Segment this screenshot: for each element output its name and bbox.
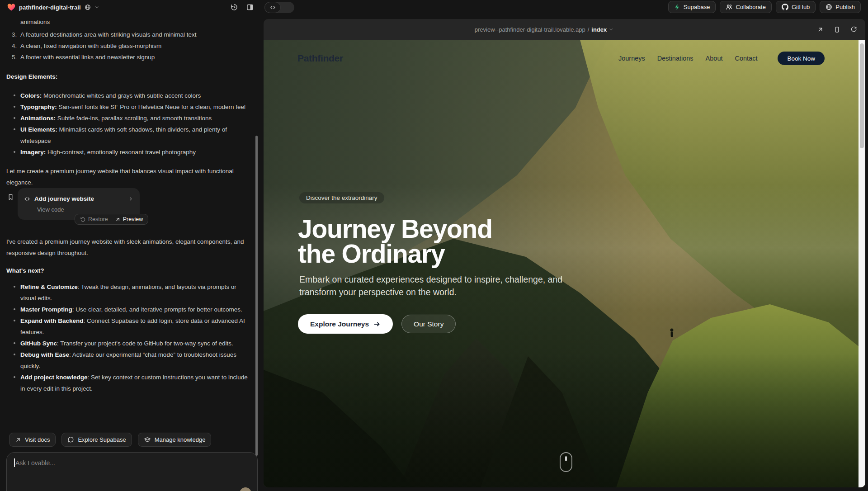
code-icon <box>24 196 30 202</box>
list-item: Imagery: High-contrast, emotionally reso… <box>6 146 248 158</box>
restore-button[interactable]: Restore <box>80 214 108 225</box>
list-item: Expand with Backend: Connect Supabase to… <box>6 315 248 338</box>
site-scrollbar-thumb[interactable] <box>860 43 864 148</box>
nav-link-contact[interactable]: Contact <box>735 55 757 62</box>
list-item: Refine & Customize: Tweak the design, an… <box>6 281 248 304</box>
arrow-up-right-icon <box>115 217 121 222</box>
suggestion-chips: Visit docs Explore Supabase Manage knowl… <box>9 433 211 447</box>
scroll-indicator-icon <box>560 452 572 472</box>
graduation-cap-icon <box>144 436 151 443</box>
site-nav-links: Journeys Destinations About Contact Book… <box>618 52 825 65</box>
list-item: UI Elements: Minimalist cards with soft … <box>6 124 248 146</box>
bookmark-icon[interactable] <box>7 194 14 201</box>
hero-headline: Journey Beyond the Ordinary <box>298 217 492 266</box>
github-button[interactable]: GitHub <box>776 1 816 13</box>
refresh-icon[interactable] <box>850 26 857 33</box>
site-navbar: Pathfinder Journeys Destinations About C… <box>264 40 859 77</box>
list-item: Typography: San-serif fonts like SF Pro … <box>6 101 248 113</box>
lovable-app: pathfinder-digital-trail Sup <box>0 0 868 491</box>
arrow-right-icon <box>373 321 381 328</box>
history-icon[interactable] <box>231 4 238 11</box>
text-caret <box>14 458 15 467</box>
preview-url-bar: preview--pathfinder-digital-trail.lovabl… <box>264 19 865 40</box>
publish-button[interactable]: Publish <box>820 1 861 13</box>
assistant-paragraph: Let me create a premium journey website … <box>6 165 248 188</box>
preview-button[interactable]: Preview <box>115 214 143 225</box>
published-globe-icon <box>85 4 91 10</box>
code-view-icon[interactable] <box>264 2 281 13</box>
book-now-button[interactable]: Book Now <box>778 52 825 65</box>
nav-link-about[interactable]: About <box>706 55 723 62</box>
top-actions: Supabase Collaborate GitHub Publish <box>668 1 861 13</box>
tool-card-title: Add journey website <box>34 193 124 204</box>
design-elements-heading: Design Elements: <box>6 71 248 82</box>
nav-link-journeys[interactable]: Journeys <box>618 55 645 62</box>
clipped-message-line: animations <box>20 16 248 28</box>
preview-controls <box>817 19 857 40</box>
open-in-new-tab-icon[interactable] <box>817 26 824 33</box>
lovable-heart-icon <box>7 4 15 11</box>
next-steps-bullets: Refine & Customize: Tweak the design, an… <box>6 281 248 394</box>
chat-message-area: animations 3.A featured destinations are… <box>0 14 264 491</box>
whats-next-heading: What's next? <box>6 265 248 276</box>
our-story-button[interactable]: Our Story <box>401 315 456 333</box>
list-item: Colors: Monochromatic whites and grays w… <box>6 90 248 101</box>
supabase-button[interactable]: Supabase <box>668 1 716 13</box>
hero-cta-row: Explore Journeys Our Story <box>298 314 456 334</box>
tool-card-row: Add journey website View code Restore <box>6 188 248 220</box>
panel-layout-icon[interactable] <box>246 4 254 11</box>
list-item: 4.A clean, fixed navigation with subtle … <box>6 40 248 52</box>
chat-panel: animations 3.A featured destinations are… <box>0 14 264 491</box>
chevron-right-icon[interactable] <box>128 196 133 202</box>
project-menu[interactable]: pathfinder-digital-trail <box>7 0 99 14</box>
site-scrollbar-track[interactable] <box>859 40 865 487</box>
users-icon <box>726 4 732 10</box>
nav-link-destinations[interactable]: Destinations <box>657 55 693 62</box>
hero-subtext: Embark on curated experiences designed t… <box>299 273 571 298</box>
list-item: GitHub Sync: Transfer your project's cod… <box>6 338 248 349</box>
assistant-paragraph: I've created a premium journey website w… <box>6 236 248 259</box>
send-button[interactable] <box>240 487 251 491</box>
top-bar: pathfinder-digital-trail Sup <box>0 0 868 14</box>
explore-supabase-chip[interactable]: Explore Supabase <box>61 433 132 447</box>
version-toolbar: Restore Preview <box>75 214 148 225</box>
chat-input[interactable] <box>15 457 241 469</box>
view-controls <box>231 0 254 14</box>
list-item: Debug with Ease: Activate our experiment… <box>6 349 248 372</box>
list-item: Master Prompting: Use clear, detailed, a… <box>6 304 248 315</box>
project-name: pathfinder-digital-trail <box>19 4 81 11</box>
arrow-up-right-icon <box>15 437 21 443</box>
site-logo[interactable]: Pathfinder <box>297 53 343 64</box>
supabase-bolt-icon <box>674 4 680 10</box>
list-item: 3.A featured destinations area with stri… <box>6 29 248 40</box>
site-hero-section: Pathfinder Journeys Destinations About C… <box>264 40 865 487</box>
manage-knowledge-chip[interactable]: Manage knowledge <box>138 433 212 447</box>
explore-journeys-button[interactable]: Explore Journeys <box>298 314 393 334</box>
globe-icon <box>826 4 832 10</box>
list-item: Animations: Subtle fade-ins, parallax sc… <box>6 113 248 124</box>
chevron-down-icon[interactable] <box>94 5 99 9</box>
preview-url[interactable]: preview--pathfinder-digital-trail.lovabl… <box>475 26 614 33</box>
collaborate-button[interactable]: Collaborate <box>720 1 772 13</box>
mobile-view-icon[interactable] <box>834 26 840 33</box>
hero-badge: Discover the extraordinary <box>299 192 384 203</box>
visit-docs-chip[interactable]: Visit docs <box>9 433 56 447</box>
chat-composer: Attach Edit Mode <box>6 452 258 491</box>
chat-bubble-icon <box>67 436 74 443</box>
feature-list: 3.A featured destinations area with stri… <box>6 29 248 63</box>
design-bullets: Colors: Monochromatic whites and grays w… <box>6 90 248 158</box>
github-icon <box>782 4 788 10</box>
preview-pane: preview--pathfinder-digital-trail.lovabl… <box>264 19 865 487</box>
edit-version-card[interactable]: Add journey website View code Restore <box>18 188 140 220</box>
restore-icon <box>80 217 86 222</box>
chat-scrollbar[interactable] <box>255 136 258 456</box>
list-item: Add project knowledge: Set key context o… <box>6 372 248 394</box>
code-preview-toggle[interactable] <box>264 2 294 13</box>
list-item: 5.A footer with essential links and news… <box>6 52 248 63</box>
chevron-down-icon <box>609 27 613 32</box>
